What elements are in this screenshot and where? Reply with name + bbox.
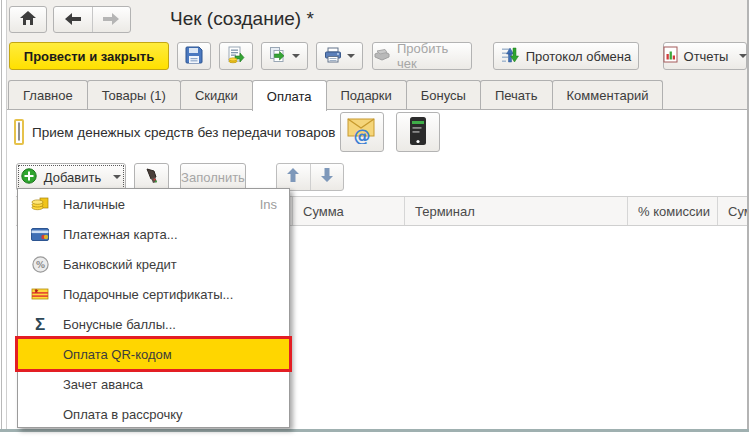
menu-item-label: Наличные (63, 197, 125, 212)
create-based-on-button[interactable] (261, 42, 308, 70)
menu-item-payment-card[interactable]: Платежная карта... (18, 219, 289, 249)
column-header-summa[interactable]: Сумма (293, 197, 405, 225)
tab-bonusy[interactable]: Бонусы (406, 80, 481, 110)
barcode-scanner-button[interactable] (134, 163, 169, 191)
percent-icon: % (30, 256, 50, 273)
fill-button-label: Заполнить (181, 170, 245, 185)
forward-arrow-icon (103, 11, 119, 29)
punch-check-label: Пробить чек (397, 41, 471, 71)
print-button[interactable] (316, 42, 363, 70)
barcode-scanner-icon (144, 167, 160, 188)
reports-button[interactable]: Отчеты (663, 42, 747, 70)
receipt-window: Чек (создание) * Провести и закрыть (0, 0, 755, 437)
add-caret-icon (113, 175, 121, 179)
menu-item-label: Оплата QR-кодом (63, 347, 172, 362)
post-and-close-button[interactable]: Провести и закрыть (9, 42, 169, 70)
menu-item-bonus-points[interactable]: Σ Бонусные баллы... (18, 309, 289, 339)
tab-skidki[interactable]: Скидки (180, 80, 253, 110)
save-icon (185, 46, 203, 67)
page-title: Чек (создание) * (170, 8, 314, 30)
home-icon (20, 11, 36, 28)
sigma-icon: Σ (30, 316, 50, 333)
window-frame-left-inner (6, 0, 7, 431)
add-button-label: Добавить (44, 170, 101, 185)
svg-text:%: % (35, 260, 44, 270)
tab-bar: Главное Товары (1) Скидки Оплата Подарки… (7, 80, 747, 110)
menu-item-bank-credit[interactable]: % Банковский кредит (18, 249, 289, 279)
payment-card-icon (30, 228, 50, 241)
tab-glavnoe[interactable]: Главное (8, 80, 88, 110)
printer-icon (324, 47, 342, 66)
svg-text:@: @ (354, 126, 371, 144)
arrow-up-icon (287, 168, 299, 186)
report-chart-icon (663, 46, 678, 66)
tab-tovary[interactable]: Товары (1) (87, 80, 181, 110)
punch-check-button[interactable]: Пробить чек (372, 42, 472, 70)
cash-register-icon (373, 48, 391, 65)
back-arrow-icon (65, 11, 81, 29)
tab-oplata[interactable]: Оплата (252, 80, 327, 111)
tab-pechat[interactable]: Печать (480, 80, 553, 110)
column-header-terminal[interactable]: Терминал (405, 197, 628, 225)
back-button[interactable] (54, 7, 92, 32)
copy-document-icon (269, 46, 287, 67)
menu-item-label: Бонусные баллы... (63, 317, 176, 332)
column-header-summa2[interactable]: Сумм (718, 197, 748, 225)
reports-label: Отчеты (684, 49, 729, 64)
menu-item-label: Подарочные сертификаты... (63, 287, 233, 302)
add-dropdown-menu: Наличные Ins Платежная карта... % (17, 188, 290, 428)
send-email-button[interactable]: @ (340, 112, 384, 152)
window-frame-left (1, 0, 2, 431)
tab-kommentariy[interactable]: Комментарий (552, 80, 664, 110)
menu-item-label: Зачет аванса (63, 377, 143, 392)
arrow-down-icon (321, 168, 333, 186)
mobile-phone-button[interactable] (396, 112, 440, 152)
menu-item-label: Платежная карта... (63, 227, 178, 242)
menu-item-advance-offset[interactable]: Зачет аванса (18, 369, 289, 399)
menu-item-label: Банковский кредит (63, 257, 177, 272)
move-down-button[interactable] (310, 164, 344, 190)
exchange-protocol-button[interactable]: Протокол обмена (493, 42, 639, 70)
create-based-on-caret-icon (292, 54, 300, 58)
add-button[interactable]: Добавить (16, 163, 126, 191)
move-up-button[interactable] (277, 164, 310, 190)
menu-item-label: Оплата в рассрочку (63, 407, 183, 422)
cash-icon (30, 196, 50, 212)
print-caret-icon (347, 54, 355, 58)
post-document-icon (227, 46, 245, 67)
menu-item-shortcut: Ins (260, 197, 277, 212)
history-nav (53, 6, 131, 33)
home-button[interactable] (9, 6, 47, 33)
no-goods-transfer-checkbox[interactable] (18, 122, 20, 141)
column-header-commission[interactable]: % комиссии (628, 197, 718, 225)
checkbox-row: Прием денежных средств без передачи това… (7, 119, 335, 145)
window-frame-right (747, 0, 749, 431)
smartphone-icon (408, 116, 428, 149)
move-row-buttons (276, 163, 344, 191)
post-document-button[interactable] (219, 42, 253, 70)
menu-item-gift-certificates[interactable]: Подарочные сертификаты... (18, 279, 289, 309)
window-frame-bottom (0, 429, 749, 432)
gift-certificate-icon (30, 287, 50, 301)
add-plus-icon (21, 168, 37, 187)
menu-item-cash[interactable]: Наличные Ins (18, 189, 289, 219)
forward-button[interactable] (92, 7, 131, 32)
exchange-protocol-label: Протокол обмена (526, 49, 632, 64)
menu-item-qr-payment[interactable]: Оплата QR-кодом (18, 339, 289, 369)
exchange-arrows-icon (501, 46, 519, 67)
tab-podarki[interactable]: Подарки (326, 80, 407, 110)
no-goods-transfer-label: Прием денежных средств без передачи това… (32, 125, 335, 140)
fill-button[interactable]: Заполнить (180, 163, 246, 191)
checkbox-focus-ring (14, 119, 24, 145)
email-icon: @ (347, 118, 377, 147)
menu-item-installment-payment[interactable]: Оплата в рассрочку (18, 399, 289, 429)
save-button[interactable] (177, 42, 211, 70)
